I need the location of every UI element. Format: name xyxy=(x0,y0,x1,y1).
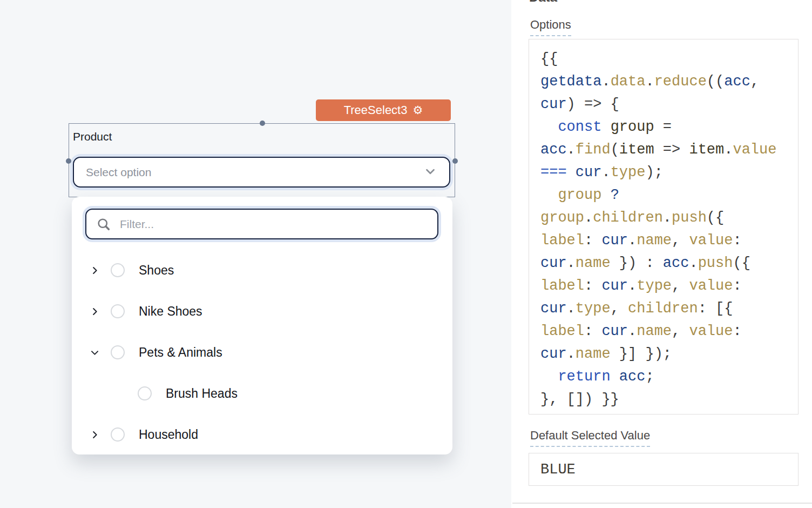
filter-input[interactable] xyxy=(120,218,428,231)
code-line: cur.name }] }); xyxy=(540,343,787,365)
radio-button[interactable] xyxy=(111,345,125,359)
filter-field[interactable] xyxy=(85,209,438,239)
code-line: getdata.data.reduce((acc, xyxy=(540,70,787,93)
tree-item-household[interactable]: Household xyxy=(72,414,452,455)
chevron-right-icon[interactable] xyxy=(89,306,100,317)
treeselect-input[interactable]: Select option xyxy=(73,157,450,188)
options-code-editor[interactable]: {{getdata.data.reduce((acc,cur) => { con… xyxy=(529,39,799,415)
resize-handle-right[interactable] xyxy=(452,158,458,164)
section-title-data: Data xyxy=(529,0,557,5)
default-selected-value-field[interactable] xyxy=(529,453,799,486)
code-line: cur) => { xyxy=(540,93,787,116)
search-icon xyxy=(96,217,111,232)
widget-name-badge[interactable]: TreeSelect3 ⚙ xyxy=(316,99,451,121)
tree-item-pets-animals[interactable]: Pets & Animals xyxy=(72,332,452,373)
code-line: label: cur.name, value: xyxy=(540,229,787,252)
code-line: return acc; xyxy=(540,365,787,388)
default-selected-value-label: Default Selected Value xyxy=(530,429,650,447)
chevron-placeholder xyxy=(116,388,127,399)
options-property-label: Options xyxy=(530,18,571,36)
code-line: cur.type, children: [{ xyxy=(540,297,787,320)
tree-item-nike-shoes[interactable]: Nike Shoes xyxy=(72,291,452,332)
property-panel: Data Options {{getdata.data.reduce((acc,… xyxy=(512,0,812,508)
tree-list: ShoesNike ShoesPets & AnimalsBrush Heads… xyxy=(72,250,452,455)
tree-item-shoes[interactable]: Shoes xyxy=(72,250,452,291)
section-divider xyxy=(512,503,812,504)
code-line: label: cur.type, value: xyxy=(540,275,787,297)
tree-item-label: Household xyxy=(139,427,198,442)
code-line: group.children.push({ xyxy=(540,206,787,229)
radio-button[interactable] xyxy=(111,263,125,277)
radio-button[interactable] xyxy=(111,427,125,442)
chevron-right-icon[interactable] xyxy=(89,429,100,440)
code-line: group ? xyxy=(540,184,787,206)
app-root: TreeSelect3 ⚙ Product Select option Shoe… xyxy=(0,0,812,508)
treeselect-placeholder: Select option xyxy=(86,166,151,179)
widget-name-label: TreeSelect3 xyxy=(344,103,408,117)
tree-item-label: Nike Shoes xyxy=(139,304,202,319)
code-line: label: cur.name, value: xyxy=(540,320,787,343)
editor-canvas[interactable]: TreeSelect3 ⚙ Product Select option Shoe… xyxy=(0,0,511,508)
resize-handle-top[interactable] xyxy=(260,121,265,126)
gear-icon[interactable]: ⚙ xyxy=(412,105,423,116)
chevron-down-icon xyxy=(423,164,437,181)
resize-handle-left[interactable] xyxy=(66,158,71,164)
tree-item-label: Shoes xyxy=(139,263,174,278)
radio-button[interactable] xyxy=(138,386,152,400)
treeselect-field-label: Product xyxy=(73,130,112,143)
treeselect-dropdown: ShoesNike ShoesPets & AnimalsBrush Heads… xyxy=(72,197,452,454)
default-selected-value-input[interactable] xyxy=(540,462,787,478)
chevron-right-icon[interactable] xyxy=(89,265,100,276)
code-line: {{ xyxy=(540,48,787,70)
code-line: const group = xyxy=(540,116,787,138)
code-line: cur.name }) : acc.push({ xyxy=(540,252,787,275)
code-line: === cur.type); xyxy=(540,161,787,184)
tree-item-label: Brush Heads xyxy=(166,386,238,401)
tree-item-brush-heads[interactable]: Brush Heads xyxy=(72,373,452,414)
radio-button[interactable] xyxy=(111,304,125,318)
code-line: }, []) }} xyxy=(540,388,787,411)
code-line: acc.find(item => item.value xyxy=(540,138,787,161)
tree-item-label: Pets & Animals xyxy=(139,345,222,360)
chevron-down-icon[interactable] xyxy=(89,347,100,358)
